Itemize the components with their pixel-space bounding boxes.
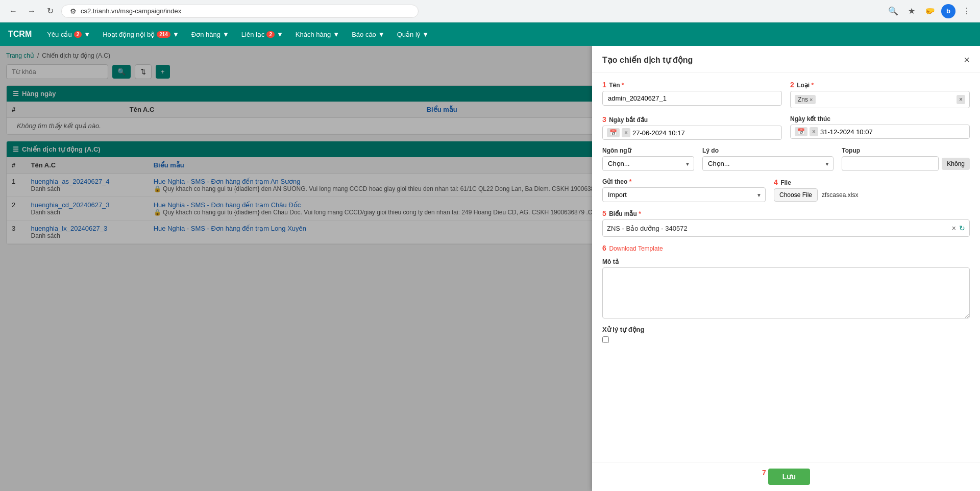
loai-clear-all[interactable]: × [957,95,965,104]
back-button[interactable]: ← [6,4,20,18]
form-row-2: 3 Ngày bắt đầu 📅 × Ngày kết thúc [602,115,970,140]
browser-chrome: ← → ↻ ⚙ cs2.trianh.vn/msg-campaign/index… [0,0,980,22]
form-group-ngonngu: Ngôn ngữ Chọn... ▼ [602,147,694,171]
step-6: 6 [602,244,606,252]
mota-textarea[interactable] [602,267,970,318]
extensions-icon[interactable]: 🤛 [923,4,937,18]
ngaybatdau-label: 3 Ngày bắt đầu [602,115,782,124]
topup-wrapper: Không [842,156,970,171]
browser-icons: 🔍 ★ 🤛 b ⋮ [886,4,974,18]
modal-body: 1 Tên * 2 Loại * [592,72,980,462]
choose-file-button[interactable]: Choose File [774,188,818,202]
form-group-loai: 2 Loại * Zns × × [790,81,970,108]
loai-tag: Zns × [795,95,816,104]
step-1: 1 [602,81,606,89]
content-area: Trang chủ / Chiến dịch tự động (A.C) 🔍 ⇅… [0,46,980,491]
step-4: 4 [774,178,778,186]
ngayketthuc-input[interactable] [820,128,965,136]
ngayketthuc-calendar[interactable]: 📅 [795,127,807,136]
topup-toggle-btn[interactable]: Không [942,158,970,170]
menu-icon[interactable]: ⋮ [960,4,974,18]
ngayketthuc-wrapper: 📅 × [790,125,970,139]
bieumau-input-wrapper[interactable]: ZNS - Bảo dưỡng - 340572 × ↻ [602,219,970,237]
bieumau-value: ZNS - Bảo dưỡng - 340572 [607,225,949,232]
search-icon[interactable]: 🔍 [886,4,900,18]
lydo-label: Lý do [702,147,834,154]
modal-title: Tạo chiến dịch tự động [602,55,693,65]
lydo-select-wrapper: Chọn... ▼ [702,156,834,171]
form-row-4: Gửi theo * Import ▼ [602,178,970,202]
form-group-ngayketthuc: Ngày kết thúc 📅 × [790,115,970,140]
step-2: 2 [790,81,794,89]
topup-label: Topup [842,147,970,154]
modal-overlay: Tạo chiến dịch tự động × 1 Tên * [0,46,980,491]
reload-button[interactable]: ↻ [43,4,57,18]
address-bar[interactable]: ⚙ cs2.trianh.vn/msg-campaign/index [61,5,419,18]
bieumau-refresh[interactable]: ↻ [959,224,965,232]
loai-input-wrapper[interactable]: Zns × × [790,91,970,108]
modal-close-button[interactable]: × [964,54,970,66]
guiteo-label: Gửi theo * [602,178,766,185]
form-group-ngaybatdau: 3 Ngày bắt đầu 📅 × [602,115,782,140]
loai-tag-remove[interactable]: × [810,96,813,103]
ngonngu-label: Ngôn ngữ [602,147,694,154]
forward-button[interactable]: → [24,4,39,18]
form-row-1: 1 Tên * 2 Loại * [602,81,970,108]
form-group-ten: 1 Tên * [602,81,782,108]
file-label: 4 File [774,178,970,186]
topup-input[interactable] [842,156,939,171]
auto-process-section: Xử lý tự động [602,326,970,343]
ngonngu-select[interactable]: Chọn... [602,156,694,171]
nav-item-quanly[interactable]: Quản lý ▼ [392,29,434,40]
form-group-bieumau: 5 Biểu mẫu * ZNS - Bảo dưỡng - 340572 × … [602,209,970,237]
ngonngu-select-wrapper: Chọn... ▼ [602,156,694,171]
mota-label: Mô tả [602,258,970,265]
nav-item-hoatdong[interactable]: Hoạt động nội bộ 214 ▼ [97,29,184,40]
loai-label: 2 Loại * [790,81,970,89]
download-section: 6 Download Template [602,244,970,252]
modal-panel: Tạo chiến dịch tự động × 1 Tên * [592,46,980,491]
step-3: 3 [602,115,606,124]
guiteo-select-wrapper: Import ▼ [602,187,766,202]
ngaybatdau-calendar[interactable]: 📅 [607,128,620,137]
guiteo-select[interactable]: Import [602,187,766,202]
nav-item-khachhang[interactable]: Khách hàng ▼ [290,29,345,40]
file-name-text: zfscasea.xlsx [822,191,858,199]
site-icon: ⚙ [70,7,77,15]
nav-item-baocao[interactable]: Báo cáo ▼ [347,29,390,40]
brand-logo: TCRM [8,30,32,39]
url-text: cs2.trianh.vn/msg-campaign/index [81,7,181,15]
form-row-5: 5 Biểu mẫu * ZNS - Bảo dưỡng - 340572 × … [602,209,970,237]
form-group-mota: Mô tả [602,258,970,318]
form-group-lydo: Lý do Chọn... ▼ [702,147,834,171]
form-row-3: Ngôn ngữ Chọn... ▼ Lý do [602,147,970,171]
form-group-guiteo: Gửi theo * Import ▼ [602,178,766,202]
ngaybatdau-wrapper: 📅 × [602,126,782,140]
ngayketthuc-clear[interactable]: × [810,127,818,136]
ten-label: 1 Tên * [602,81,782,89]
ngaybatdau-clear[interactable]: × [622,128,630,137]
auto-process-checkbox[interactable] [602,336,609,343]
download-template-link[interactable]: Download Template [609,245,663,252]
modal-header: Tạo chiến dịch tự động × [592,46,980,72]
app-container: TCRM Yêu cầu 2 ▼ Hoạt động nội bộ 214 ▼ … [0,22,980,491]
save-button[interactable]: Lưu [768,469,810,485]
nav-item-yeucau[interactable]: Yêu cầu 2 ▼ [42,29,95,40]
top-nav: TCRM Yêu cầu 2 ▼ Hoạt động nội bộ 214 ▼ … [0,22,980,46]
bookmark-icon[interactable]: ★ [904,4,919,18]
ngayketthuc-label: Ngày kết thúc [790,115,970,122]
nav-item-donhang[interactable]: Đơn hàng ▼ [186,29,234,40]
bieumau-clear[interactable]: × [952,224,956,232]
step-7: 7 [762,469,766,485]
ten-input[interactable] [602,91,782,106]
lydo-select[interactable]: Chọn... [702,156,834,171]
ngaybatdau-input[interactable] [632,129,777,137]
auto-process-label: Xử lý tự động [602,326,970,333]
nav-item-lienlac[interactable]: Liên lạc 2 ▼ [236,29,288,40]
avatar[interactable]: b [941,4,955,18]
form-group-file: 4 File Choose File zfscasea.xlsx [774,178,970,202]
auto-process-checkbox-wrapper [602,336,970,343]
file-section: Choose File zfscasea.xlsx [774,188,970,202]
form-group-topup: Topup Không [842,147,970,171]
modal-footer: 7 Lưu [592,462,980,491]
